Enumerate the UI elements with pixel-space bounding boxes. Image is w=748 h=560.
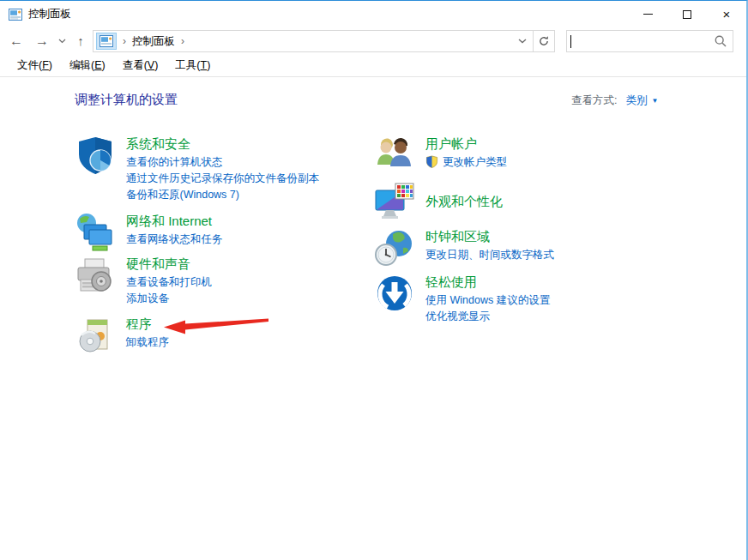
category-title-appearance-personalization[interactable]: 外观和个性化 xyxy=(425,193,503,210)
refresh-button[interactable] xyxy=(533,31,554,51)
menu-edit[interactable]: 编辑(E) xyxy=(61,55,114,76)
breadcrumb-control-panel[interactable]: 控制面板 xyxy=(132,34,175,49)
category-hardware-sound: 硬件和声音 查看设备和打印机 添加设备 xyxy=(75,255,212,307)
category-network-internet: 网络和 Internet 查看网络状态和任务 xyxy=(75,212,223,253)
up-button[interactable]: ↑ xyxy=(70,27,91,54)
category-title-network-internet[interactable]: 网络和 Internet xyxy=(126,213,212,230)
link-view-devices-printers[interactable]: 查看设备和打印机 xyxy=(126,274,212,291)
hardware-sound-printer-icon[interactable] xyxy=(75,255,116,296)
category-title-clock-region[interactable]: 时钟和区域 xyxy=(425,228,490,245)
link-optimize-visual-display[interactable]: 优化视觉显示 xyxy=(425,309,550,325)
link-add-device[interactable]: 添加设备 xyxy=(126,291,212,307)
programs-cd-icon[interactable] xyxy=(75,315,116,356)
recent-pages-dropdown[interactable] xyxy=(55,27,69,54)
link-view-network-status[interactable]: 查看网络状态和任务 xyxy=(126,232,223,248)
caption-buttons: × xyxy=(628,1,746,27)
address-dropdown-button[interactable] xyxy=(512,31,533,51)
view-by-control: 查看方式: 类别 ▼ xyxy=(571,93,658,108)
forward-button[interactable]: → xyxy=(31,27,53,54)
refresh-icon xyxy=(538,35,550,47)
breadcrumb-separator[interactable]: › xyxy=(181,35,184,47)
search-icon[interactable] xyxy=(715,35,727,47)
breadcrumb-location-icon-box[interactable] xyxy=(96,33,117,50)
red-arrow-annotation xyxy=(159,312,274,334)
maximize-icon xyxy=(683,10,691,19)
category-programs: 程序 卸载程序 xyxy=(75,315,169,356)
search-input[interactable] xyxy=(571,31,715,51)
category-system-security: 系统和安全 查看你的计算机状态 通过文件历史记录保存你的文件备份副本 备份和还原… xyxy=(75,135,319,203)
title-bar: 控制面板 × xyxy=(0,1,746,27)
system-security-shield-icon[interactable] xyxy=(75,135,116,176)
user-accounts-people-icon[interactable] xyxy=(374,135,415,176)
link-change-account-type[interactable]: 更改帐户类型 xyxy=(425,154,507,171)
link-change-date-time-formats[interactable]: 更改日期、时间或数字格式 xyxy=(425,247,554,263)
chevron-down-icon xyxy=(58,39,66,44)
close-icon: × xyxy=(723,8,731,21)
menu-file[interactable]: 文件(F) xyxy=(9,55,61,76)
link-file-history-backup[interactable]: 通过文件历史记录保存你的文件备份副本 xyxy=(126,171,319,187)
address-bar[interactable]: › 控制面板 › xyxy=(93,30,555,52)
search-box[interactable] xyxy=(566,30,733,52)
category-clock-region: 时钟和区域 更改日期、时间或数字格式 xyxy=(374,227,554,268)
menu-view[interactable]: 查看(V) xyxy=(114,55,167,76)
menu-bar: 文件(F) 编辑(E) 查看(V) 工具(T) xyxy=(0,54,746,77)
view-by-caret-icon[interactable]: ▼ xyxy=(651,97,658,105)
uac-shield-icon xyxy=(425,155,438,168)
maximize-button[interactable] xyxy=(667,1,707,27)
category-title-user-accounts[interactable]: 用户帐户 xyxy=(425,135,477,153)
link-uninstall-program[interactable]: 卸载程序 xyxy=(126,334,169,351)
category-title-ease-of-access[interactable]: 轻松使用 xyxy=(425,274,477,291)
category-title-hardware-sound[interactable]: 硬件和声音 xyxy=(126,256,190,273)
breadcrumb-separator: › xyxy=(123,35,126,47)
control-panel-icon xyxy=(100,35,113,47)
category-appearance-personalization: 外观和个性化 xyxy=(374,181,503,222)
link-backup-restore-win7[interactable]: 备份和还原(Windows 7) xyxy=(126,187,319,203)
control-panel-icon xyxy=(9,9,22,21)
navigation-bar: ← → ↑ › 控制面板 › xyxy=(0,27,746,54)
view-by-label: 查看方式: xyxy=(571,93,617,108)
category-ease-of-access: 轻松使用 使用 Windows 建议的设置 优化视觉显示 xyxy=(374,273,550,325)
minimize-icon xyxy=(643,14,653,15)
address-bar-controls xyxy=(512,31,554,51)
link-suggested-settings[interactable]: 使用 Windows 建议的设置 xyxy=(425,292,550,309)
view-by-value[interactable]: 类别 xyxy=(625,93,647,108)
appearance-personalization-monitor-icon[interactable] xyxy=(374,181,415,222)
close-button[interactable]: × xyxy=(707,1,746,27)
category-title-programs[interactable]: 程序 xyxy=(126,316,152,333)
menu-tools[interactable]: 工具(T) xyxy=(166,55,219,76)
category-user-accounts: 用户帐户 更改帐户类型 xyxy=(374,135,507,176)
category-title-system-security[interactable]: 系统和安全 xyxy=(126,135,190,153)
window-title: 控制面板 xyxy=(28,7,71,21)
network-internet-icon[interactable] xyxy=(75,212,116,253)
control-panel-window: 控制面板 × ← → ↑ › 控制面板 › xyxy=(0,0,748,560)
ease-of-access-icon[interactable] xyxy=(374,273,415,314)
minimize-button[interactable] xyxy=(628,1,667,27)
back-button[interactable]: ← xyxy=(5,27,27,54)
clock-region-globe-icon[interactable] xyxy=(374,227,415,268)
chevron-down-icon xyxy=(518,39,527,44)
link-check-computer-status[interactable]: 查看你的计算机状态 xyxy=(126,154,319,171)
page-title: 调整计算机的设置 xyxy=(75,92,178,108)
control-panel-home: 调整计算机的设置 查看方式: 类别 ▼ 系统和安全 查看你的计算机状态 通过文件… xyxy=(0,77,746,560)
